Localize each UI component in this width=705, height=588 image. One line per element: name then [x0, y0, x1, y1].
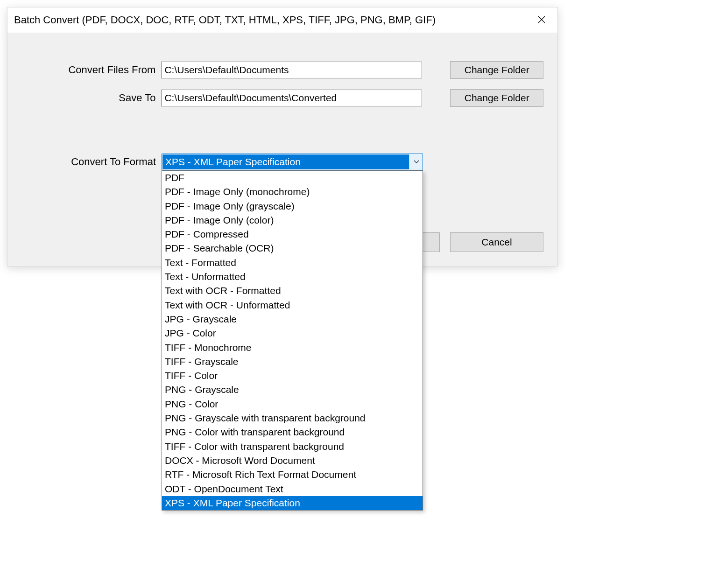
dialog-body: Convert Files From Change Folder Save To…	[7, 33, 557, 266]
format-option[interactable]: PDF - Image Only (color)	[162, 213, 423, 227]
chevron-down-icon	[409, 154, 423, 170]
format-option[interactable]: RTF - Microsoft Rich Text Format Documen…	[162, 468, 423, 482]
cancel-button[interactable]: Cancel	[450, 232, 543, 252]
format-option[interactable]: PNG - Grayscale	[162, 383, 423, 397]
save-to-label: Save To	[21, 92, 161, 104]
save-to-input[interactable]	[161, 90, 422, 106]
format-option[interactable]: DOCX - Microsoft Word Document	[162, 454, 423, 468]
format-option[interactable]: TIFF - Color	[162, 369, 423, 383]
format-option[interactable]: JPG - Grayscale	[162, 312, 423, 326]
format-option[interactable]: PDF - Compressed	[162, 227, 423, 241]
format-option[interactable]: PNG - Color with transparent background	[162, 425, 423, 439]
change-folder-to-button[interactable]: Change Folder	[450, 89, 543, 107]
format-combobox-selected: XPS - XML Paper Specification	[162, 154, 409, 169]
convert-from-label: Convert Files From	[21, 64, 161, 76]
format-dropdown-list[interactable]: PDFPDF - Image Only (monochrome)PDF - Im…	[162, 170, 423, 511]
dialog-titlebar: Batch Convert (PDF, DOCX, DOC, RTF, ODT,…	[7, 7, 557, 33]
convert-format-row: Convert To Format XPS - XML Paper Specif…	[21, 154, 543, 170]
dialog-title: Batch Convert (PDF, DOCX, DOC, RTF, ODT,…	[14, 14, 436, 26]
convert-format-label: Convert To Format	[21, 156, 162, 168]
format-option[interactable]: XPS - XML Paper Specification	[162, 496, 423, 510]
format-option[interactable]: Text with OCR - Unformatted	[162, 298, 423, 312]
format-option[interactable]: TIFF - Monochrome	[162, 341, 423, 355]
format-option[interactable]: PNG - Grayscale with transparent backgro…	[162, 411, 423, 425]
format-option[interactable]: ODT - OpenDocument Text	[162, 482, 423, 496]
format-option[interactable]: Text - Unformatted	[162, 270, 423, 284]
format-combo-wrap: XPS - XML Paper Specification PDFPDF - I…	[162, 154, 423, 170]
format-option[interactable]: TIFF - Color with transparent background	[162, 440, 423, 454]
format-option[interactable]: Text with OCR - Formatted	[162, 284, 423, 298]
close-button[interactable]	[532, 13, 551, 27]
format-combobox[interactable]: XPS - XML Paper Specification	[162, 154, 423, 170]
change-folder-from-button[interactable]: Change Folder	[450, 61, 543, 79]
format-option[interactable]: PDF - Image Only (monochrome)	[162, 185, 423, 199]
save-to-row: Save To Change Folder	[21, 89, 543, 107]
format-option[interactable]: PDF - Searchable (OCR)	[162, 241, 423, 255]
format-option[interactable]: PNG - Color	[162, 397, 423, 411]
convert-from-input[interactable]	[161, 62, 422, 78]
format-option[interactable]: PDF - Image Only (grayscale)	[162, 199, 423, 213]
format-option[interactable]: JPG - Color	[162, 326, 423, 340]
format-option[interactable]: PDF	[162, 171, 423, 185]
format-option[interactable]: TIFF - Grayscale	[162, 355, 423, 369]
convert-from-row: Convert Files From Change Folder	[21, 61, 543, 79]
batch-convert-dialog: Batch Convert (PDF, DOCX, DOC, RTF, ODT,…	[7, 7, 558, 266]
format-option[interactable]: Text - Formatted	[162, 256, 423, 270]
close-icon	[538, 15, 545, 26]
